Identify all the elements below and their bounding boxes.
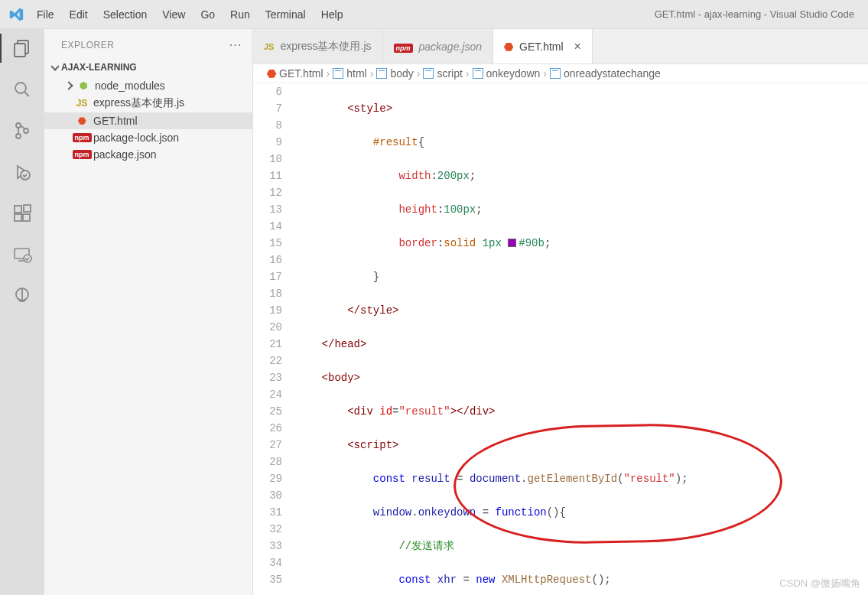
svg-rect-10 [23,214,30,221]
testing-icon[interactable] [11,284,34,307]
crumb[interactable]: script [437,67,462,80]
explorer-title: EXPLORER [61,40,114,50]
tree-item-express-js[interactable]: JS express基本使用.js [44,94,252,112]
search-icon[interactable] [11,78,34,101]
extensions-icon[interactable] [11,202,34,225]
tab-get-html[interactable]: ⬣ GET.html × [493,29,593,63]
tabs: JS express基本使用.js npm package.json ⬣ GET… [253,29,868,64]
tab-package-json[interactable]: npm package.json [383,29,494,63]
npm-icon: npm [75,133,89,142]
js-icon: JS [75,98,89,109]
activity-bar [0,29,44,595]
menu-bar: File Edit Selection View Go Run Terminal… [37,8,343,21]
explorer-icon[interactable] [11,37,34,60]
tree-label: package-lock.json [93,132,179,144]
menu-go[interactable]: Go [200,8,215,21]
source-control-icon[interactable] [11,119,34,142]
symbol-icon [550,68,561,79]
side-bar: EXPLORER ··· AJAX-LEARNING ⬢ node_module… [44,29,253,595]
crumb[interactable]: onkeydown [486,67,541,80]
title-bar: File Edit Selection View Go Run Terminal… [0,0,868,29]
html-icon: ⬣ [504,41,513,53]
chevron-down-icon [50,62,59,70]
tab-label: package.json [419,41,483,53]
gutter: 6789101112131415161718192021222324252627… [253,83,296,595]
tab-label: GET.html [519,41,564,53]
tree-label: GET.html [93,115,138,127]
folder-icon: ⬢ [76,80,90,91]
symbol-icon [473,68,483,79]
menu-selection[interactable]: Selection [103,8,148,21]
folder-header[interactable]: AJAX-LEARNING [44,59,252,76]
html-icon: ⬣ [267,67,276,80]
menu-file[interactable]: File [37,8,54,21]
menu-view[interactable]: View [162,8,185,21]
menu-edit[interactable]: Edit [70,8,88,21]
js-icon: JS [264,42,274,51]
file-tree: ⬢ node_modules JS express基本使用.js ⬣ GET.h… [44,76,252,164]
npm-icon: npm [394,41,413,53]
close-icon[interactable]: × [574,40,581,54]
symbol-icon [423,68,434,79]
symbol-icon [333,68,343,79]
svg-rect-1 [15,44,25,57]
svg-rect-8 [15,206,21,213]
debug-icon[interactable] [11,161,34,184]
editor-area: JS express基本使用.js npm package.json ⬣ GET… [253,29,868,595]
breadcrumb[interactable]: ⬣ GET.html › html › body › script › onke… [253,64,868,83]
window-title: GET.html - ajax-learning - Visual Studio… [343,8,860,20]
watermark: CSDN @微扬嘴角 [779,577,860,590]
chevron-right-icon [64,81,73,89]
tree-item-get-html[interactable]: ⬣ GET.html [44,112,252,129]
svg-rect-11 [24,205,31,212]
tree-label: node_modules [95,80,165,92]
crumb[interactable]: body [390,67,413,80]
tab-label: express基本使用.js [280,40,371,54]
crumb[interactable]: GET.html [279,67,323,80]
svg-point-2 [15,83,26,93]
svg-line-3 [24,92,29,96]
folder-name: AJAX-LEARNING [61,62,137,73]
remote-icon[interactable] [11,243,34,266]
crumb[interactable]: html [346,67,366,80]
tree-label: package.json [93,148,157,161]
svg-rect-9 [15,214,21,221]
editor[interactable]: 6789101112131415161718192021222324252627… [253,83,868,595]
npm-icon: npm [75,150,89,159]
vscode-icon [8,6,24,23]
html-icon: ⬣ [75,115,89,126]
svg-point-4 [16,123,21,128]
menu-terminal[interactable]: Terminal [265,8,306,21]
more-icon[interactable]: ··· [229,37,242,53]
tree-item-package-json[interactable]: npm package.json [44,146,252,163]
svg-point-5 [16,134,21,138]
tree-item-package-lock[interactable]: npm package-lock.json [44,129,252,146]
menu-run[interactable]: Run [230,8,250,21]
tab-express-js[interactable]: JS express基本使用.js [253,29,383,63]
symbol-icon [376,68,387,79]
crumb[interactable]: onreadystatechange [564,67,661,80]
tree-item-node-modules[interactable]: ⬢ node_modules [44,77,252,94]
tree-label: express基本使用.js [93,96,184,110]
code-content[interactable]: <style> #result{ width:200px; height:100… [296,83,868,595]
menu-help[interactable]: Help [321,8,343,21]
